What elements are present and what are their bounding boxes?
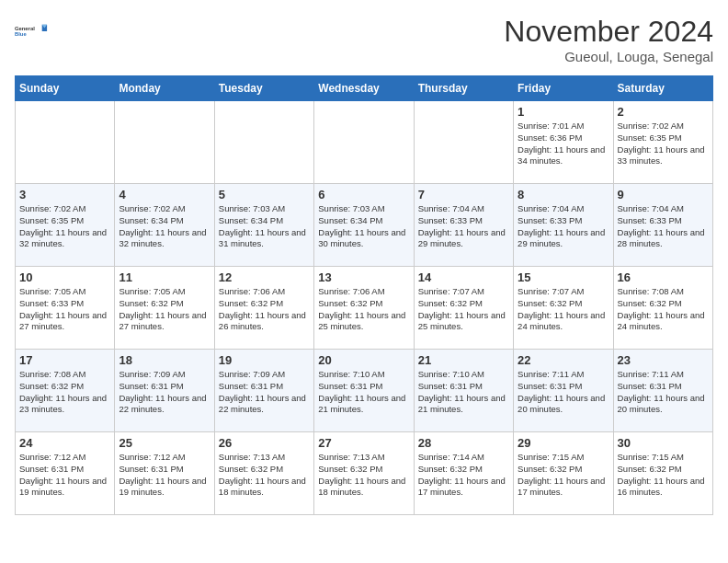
day-info: Sunrise: 7:04 AMSunset: 6:33 PMDaylight:…: [418, 203, 509, 250]
day-number: 17: [19, 353, 110, 367]
day-number: 24: [19, 436, 110, 450]
day-number: 9: [618, 188, 709, 201]
day-number: 5: [219, 188, 310, 201]
calendar-week-1: 1Sunrise: 7:01 AMSunset: 6:36 PMDaylight…: [16, 101, 713, 184]
day-number: 23: [618, 353, 709, 367]
day-info: Sunrise: 7:05 AMSunset: 6:33 PMDaylight:…: [19, 286, 110, 333]
calendar-cell: 16Sunrise: 7:08 AMSunset: 6:32 PMDayligh…: [613, 267, 712, 350]
day-number: 14: [418, 270, 509, 284]
day-info: Sunrise: 7:09 AMSunset: 6:31 PMDaylight:…: [119, 369, 210, 416]
day-info: Sunrise: 7:15 AMSunset: 6:32 PMDaylight:…: [518, 452, 609, 499]
calendar-cell: 18Sunrise: 7:09 AMSunset: 6:31 PMDayligh…: [115, 350, 214, 432]
day-number: 3: [19, 188, 110, 201]
calendar-cell: 29Sunrise: 7:15 AMSunset: 6:32 PMDayligh…: [514, 432, 613, 515]
day-number: 19: [219, 353, 310, 367]
calendar-week-3: 10Sunrise: 7:05 AMSunset: 6:33 PMDayligh…: [16, 267, 713, 350]
day-info: Sunrise: 7:01 AMSunset: 6:36 PMDaylight:…: [518, 121, 609, 167]
calendar-cell: 4Sunrise: 7:02 AMSunset: 6:34 PMDaylight…: [115, 184, 214, 267]
day-info: Sunrise: 7:07 AMSunset: 6:32 PMDaylight:…: [418, 286, 509, 333]
calendar-week-4: 17Sunrise: 7:08 AMSunset: 6:32 PMDayligh…: [16, 350, 713, 432]
day-info: Sunrise: 7:10 AMSunset: 6:31 PMDaylight:…: [318, 369, 409, 416]
calendar-cell: 24Sunrise: 7:12 AMSunset: 6:31 PMDayligh…: [16, 432, 115, 515]
day-number: 28: [418, 436, 509, 450]
calendar-cell: [16, 101, 115, 184]
calendar-cell: 20Sunrise: 7:10 AMSunset: 6:31 PMDayligh…: [314, 350, 414, 432]
calendar-cell: 25Sunrise: 7:12 AMSunset: 6:31 PMDayligh…: [115, 432, 214, 515]
day-number: 27: [318, 436, 409, 450]
calendar-cell: 6Sunrise: 7:03 AMSunset: 6:34 PMDaylight…: [314, 184, 414, 267]
calendar-cell: 8Sunrise: 7:04 AMSunset: 6:33 PMDaylight…: [514, 184, 613, 267]
day-info: Sunrise: 7:06 AMSunset: 6:32 PMDaylight:…: [219, 286, 310, 333]
weekday-header-monday: Monday: [115, 76, 214, 101]
calendar-cell: 21Sunrise: 7:10 AMSunset: 6:31 PMDayligh…: [414, 350, 513, 432]
day-info: Sunrise: 7:02 AMSunset: 6:35 PMDaylight:…: [19, 203, 110, 250]
calendar-week-2: 3Sunrise: 7:02 AMSunset: 6:35 PMDaylight…: [16, 184, 713, 267]
day-info: Sunrise: 7:14 AMSunset: 6:32 PMDaylight:…: [418, 452, 509, 499]
day-number: 25: [119, 436, 210, 450]
calendar-week-5: 24Sunrise: 7:12 AMSunset: 6:31 PMDayligh…: [16, 432, 713, 515]
day-info: Sunrise: 7:05 AMSunset: 6:32 PMDaylight:…: [119, 286, 210, 333]
calendar-cell: 22Sunrise: 7:11 AMSunset: 6:31 PMDayligh…: [514, 350, 613, 432]
calendar-cell: 27Sunrise: 7:13 AMSunset: 6:32 PMDayligh…: [314, 432, 414, 515]
calendar-cell: 10Sunrise: 7:05 AMSunset: 6:33 PMDayligh…: [16, 267, 115, 350]
day-info: Sunrise: 7:11 AMSunset: 6:31 PMDaylight:…: [618, 369, 709, 416]
calendar-cell: 7Sunrise: 7:04 AMSunset: 6:33 PMDaylight…: [414, 184, 513, 267]
calendar-cell: 9Sunrise: 7:04 AMSunset: 6:33 PMDaylight…: [613, 184, 712, 267]
day-number: 11: [119, 270, 210, 284]
calendar-cell: 13Sunrise: 7:06 AMSunset: 6:32 PMDayligh…: [314, 267, 414, 350]
day-info: Sunrise: 7:10 AMSunset: 6:31 PMDaylight:…: [418, 369, 509, 416]
day-number: 15: [518, 270, 609, 284]
day-number: 20: [318, 353, 409, 367]
weekday-header-wednesday: Wednesday: [314, 76, 414, 101]
day-number: 29: [518, 436, 609, 450]
weekday-header-row: SundayMondayTuesdayWednesdayThursdayFrid…: [16, 76, 713, 101]
calendar-cell: 11Sunrise: 7:05 AMSunset: 6:32 PMDayligh…: [115, 267, 214, 350]
day-number: 12: [219, 270, 310, 284]
calendar-cell: 17Sunrise: 7:08 AMSunset: 6:32 PMDayligh…: [16, 350, 115, 432]
weekday-header-thursday: Thursday: [414, 76, 513, 101]
day-info: Sunrise: 7:13 AMSunset: 6:32 PMDaylight:…: [219, 452, 310, 499]
day-info: Sunrise: 7:02 AMSunset: 6:34 PMDaylight:…: [119, 203, 210, 250]
calendar-cell: 2Sunrise: 7:02 AMSunset: 6:35 PMDaylight…: [613, 101, 712, 184]
calendar-cell: 28Sunrise: 7:14 AMSunset: 6:32 PMDayligh…: [414, 432, 513, 515]
day-info: Sunrise: 7:03 AMSunset: 6:34 PMDaylight:…: [219, 203, 310, 250]
day-number: 1: [518, 105, 609, 119]
day-info: Sunrise: 7:08 AMSunset: 6:32 PMDaylight:…: [19, 369, 110, 416]
calendar-cell: 23Sunrise: 7:11 AMSunset: 6:31 PMDayligh…: [613, 350, 712, 432]
calendar-cell: [314, 101, 414, 184]
day-info: Sunrise: 7:02 AMSunset: 6:35 PMDaylight:…: [618, 121, 709, 167]
day-info: Sunrise: 7:09 AMSunset: 6:31 PMDaylight:…: [219, 369, 310, 416]
day-info: Sunrise: 7:07 AMSunset: 6:32 PMDaylight:…: [518, 286, 609, 333]
day-number: 7: [418, 188, 509, 201]
weekday-header-sunday: Sunday: [16, 76, 115, 101]
day-info: Sunrise: 7:03 AMSunset: 6:34 PMDaylight:…: [318, 203, 409, 250]
svg-text:Blue: Blue: [15, 31, 27, 37]
day-info: Sunrise: 7:04 AMSunset: 6:33 PMDaylight:…: [618, 203, 709, 250]
day-number: 8: [518, 188, 609, 201]
day-number: 10: [19, 270, 110, 284]
title-area: November 2024 Gueoul, Louga, Senegal: [504, 15, 713, 64]
svg-text:General: General: [15, 26, 35, 31]
calendar-cell: 30Sunrise: 7:15 AMSunset: 6:32 PMDayligh…: [613, 432, 712, 515]
day-number: 4: [119, 188, 210, 201]
header: General Blue November 2024 Gueoul, Louga…: [15, 15, 713, 64]
calendar-cell: [115, 101, 214, 184]
day-number: 26: [219, 436, 310, 450]
calendar-cell: 14Sunrise: 7:07 AMSunset: 6:32 PMDayligh…: [414, 267, 513, 350]
calendar-cell: 12Sunrise: 7:06 AMSunset: 6:32 PMDayligh…: [214, 267, 313, 350]
day-number: 16: [618, 270, 709, 284]
day-info: Sunrise: 7:12 AMSunset: 6:31 PMDaylight:…: [119, 452, 210, 499]
day-number: 22: [518, 353, 609, 367]
day-number: 13: [318, 270, 409, 284]
weekday-header-tuesday: Tuesday: [214, 76, 313, 101]
day-info: Sunrise: 7:12 AMSunset: 6:31 PMDaylight:…: [19, 452, 110, 499]
day-number: 21: [418, 353, 509, 367]
calendar-cell: [414, 101, 513, 184]
day-info: Sunrise: 7:08 AMSunset: 6:32 PMDaylight:…: [618, 286, 709, 333]
logo-svg: General Blue: [15, 15, 48, 48]
subtitle: Gueoul, Louga, Senegal: [504, 49, 713, 64]
day-info: Sunrise: 7:04 AMSunset: 6:33 PMDaylight:…: [518, 203, 609, 250]
logo: General Blue: [15, 15, 48, 48]
day-info: Sunrise: 7:06 AMSunset: 6:32 PMDaylight:…: [318, 286, 409, 333]
calendar-cell: 15Sunrise: 7:07 AMSunset: 6:32 PMDayligh…: [514, 267, 613, 350]
